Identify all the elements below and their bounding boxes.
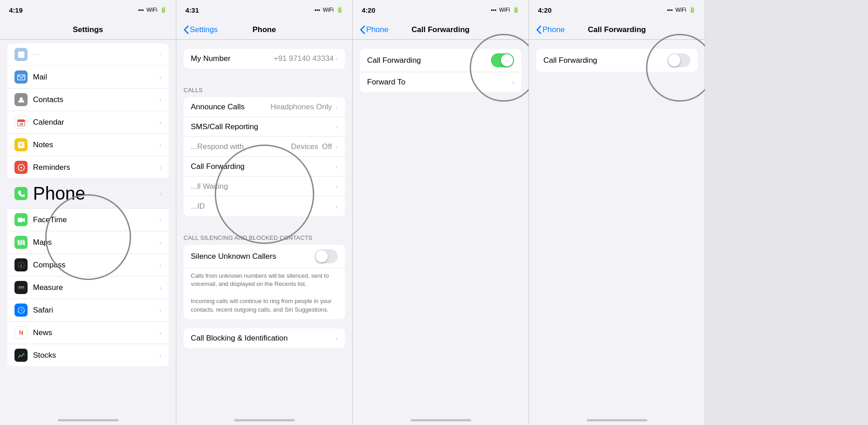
mail-label: Mail: [33, 73, 157, 82]
phone-app-icon: [14, 187, 28, 200]
chevron-icon: ›: [159, 51, 161, 58]
list-item-safari[interactable]: Safari ›: [7, 299, 169, 322]
announce-calls-right: Headphones Only ›: [270, 103, 338, 112]
facetime-icon: [14, 213, 28, 226]
status-bar-3: 4:20 ▪▪▪ WiFi 🔋: [353, 0, 528, 20]
list-item-notes[interactable]: Notes ›: [7, 134, 169, 156]
call-waiting-label: ...ll Waiting: [191, 182, 334, 191]
page-title-1: Settings: [73, 25, 103, 34]
wifi-icon-1: WiFi: [146, 7, 157, 13]
announce-calls-row[interactable]: Announce Calls Headphones Only ›: [184, 97, 345, 117]
back-button-2[interactable]: Settings: [184, 25, 217, 34]
list-item-news[interactable]: N News ›: [7, 322, 169, 344]
status-icons-4: ▪▪▪ WiFi 🔋: [667, 7, 696, 13]
row-label: ···: [33, 50, 157, 59]
signal-icon-2: ▪▪▪: [314, 7, 320, 13]
safari-icon: [14, 304, 28, 317]
app-icon-partial: [14, 48, 28, 61]
my-number-row[interactable]: My Number +91 97140 43334 ›: [184, 49, 345, 69]
contacts-label: Contacts: [33, 95, 157, 104]
list-item-contacts[interactable]: Contacts ›: [7, 89, 169, 111]
back-label-3: Phone: [366, 25, 388, 34]
chevron-icon: ›: [159, 329, 161, 336]
list-item-mail[interactable]: Mail ›: [7, 66, 169, 89]
svg-rect-4: [18, 120, 25, 122]
news-icon: N: [14, 326, 28, 339]
chevron-icon: ›: [159, 284, 161, 291]
calendar-icon: 18: [14, 116, 28, 129]
home-indicator-1: [0, 410, 176, 425]
chevron-icon: ›: [159, 239, 161, 246]
calendar-label: Calendar: [33, 118, 157, 127]
chevron-icon: ›: [335, 123, 338, 131]
settings-scroll-2[interactable]: My Number +91 97140 43334 › CALLS Announ…: [176, 40, 352, 410]
list-item[interactable]: ··· ›: [7, 43, 169, 66]
chevron-icon: ›: [335, 143, 338, 150]
announce-calls-value: Headphones Only: [270, 103, 332, 112]
show-caller-id-row[interactable]: ...ID ›: [184, 196, 345, 216]
svg-marker-18: [21, 262, 22, 265]
list-item-maps[interactable]: Maps ›: [7, 231, 169, 254]
back-button-3[interactable]: Phone: [360, 25, 388, 34]
settings-list-1[interactable]: ··· › Mail › Contacts › 18: [0, 40, 176, 410]
home-bar: [587, 419, 647, 421]
list-item-stocks[interactable]: Stocks ›: [7, 344, 169, 366]
compass-icon: [14, 258, 28, 271]
maps-label: Maps: [33, 238, 157, 247]
call-forwarding-label: Call Forwarding: [191, 162, 334, 171]
svg-rect-11: [18, 218, 23, 222]
chevron-icon: ›: [159, 119, 161, 126]
status-icons-3: ▪▪▪ WiFi 🔋: [491, 7, 519, 13]
silence-unknown-row[interactable]: Silence Unknown Callers: [184, 245, 345, 268]
svg-rect-6: [18, 142, 24, 148]
contacts-icon: [14, 93, 28, 106]
battery-icon-2: 🔋: [336, 7, 343, 13]
my-number-value: +91 97140 43334: [274, 54, 334, 63]
respond-text-row[interactable]: ...Respond with Devices Off ›: [184, 137, 345, 157]
silence-unknown-label: Silence Unknown Callers: [191, 252, 315, 261]
maps-icon: [14, 236, 28, 249]
chevron-icon: ›: [335, 183, 338, 190]
chevron-icon: ›: [159, 216, 161, 224]
signal-icon-3: ▪▪▪: [491, 7, 496, 13]
sms-call-reporting-row[interactable]: SMS/Call Reporting ›: [184, 117, 345, 137]
silence-unknown-toggle[interactable]: [315, 249, 338, 263]
safari-label: Safari: [33, 306, 157, 315]
show-caller-id-label: ...ID: [191, 202, 334, 211]
sms-call-label: SMS/Call Reporting: [191, 122, 334, 131]
chevron-icon: ›: [159, 141, 161, 149]
facetime-label: FaceTime: [33, 215, 157, 224]
measure-label: Measure: [33, 283, 157, 292]
list-item-measure[interactable]: Measure ›: [7, 276, 169, 299]
list-item-facetime[interactable]: FaceTime ›: [7, 209, 169, 231]
toggle-knob: [316, 250, 328, 262]
call-forwarding-row[interactable]: Call Forwarding ›: [184, 157, 345, 177]
my-number-label: My Number: [191, 54, 274, 63]
status-bar-4: 4:20 ▪▪▪ WiFi 🔋: [529, 0, 705, 20]
wifi-icon-2: WiFi: [323, 7, 334, 13]
chevron-icon: ›: [159, 96, 161, 103]
phone2-frame: 4:31 ▪▪▪ WiFi 🔋 Settings Phone My Number…: [176, 0, 353, 425]
home-bar: [58, 419, 118, 421]
home-indicator-3: [353, 410, 528, 425]
status-icons-2: ▪▪▪ WiFi 🔋: [314, 7, 343, 13]
status-time-4: 4:20: [538, 6, 552, 14]
status-time-2: 4:31: [185, 6, 199, 14]
call-blocking-label: Call Blocking & Identification: [191, 334, 334, 343]
call-waiting-row[interactable]: ...ll Waiting ›: [184, 177, 345, 196]
call-blocking-row[interactable]: Call Blocking & Identification ›: [184, 328, 345, 348]
reminders-label: Reminders: [33, 163, 157, 172]
list-item-compass[interactable]: Compass ›: [7, 254, 169, 276]
spacer: [705, 0, 868, 425]
reminders-icon: [14, 161, 28, 174]
status-bar-1: 4:19 ▪▪▪ WiFi 🔋: [0, 0, 176, 20]
list-item-phone[interactable]: Phone ›: [7, 179, 169, 209]
svg-marker-19: [20, 265, 21, 268]
devices-right: Devices Off ›: [291, 142, 338, 151]
chevron-icon: ›: [159, 190, 161, 197]
svg-text:18: 18: [19, 122, 23, 126]
back-button-4[interactable]: Phone: [536, 25, 565, 34]
list-item-calendar[interactable]: 18 Calendar ›: [7, 111, 169, 134]
wifi-icon-3: WiFi: [499, 7, 510, 13]
list-item-reminders[interactable]: Reminders ›: [7, 156, 169, 179]
